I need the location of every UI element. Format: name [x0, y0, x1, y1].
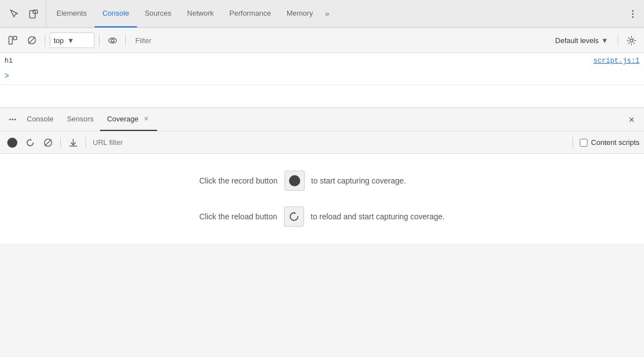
context-selector-value: top	[54, 36, 64, 45]
context-selector-arrow: ▼	[67, 36, 74, 45]
console-toolbar: top ▼ Default levels ▼	[0, 28, 644, 53]
filter-input[interactable]	[130, 32, 548, 48]
drawer-tabs-bar: Console Sensors Coverage ✕ ✕	[0, 108, 644, 131]
log-levels-label: Default levels	[555, 36, 599, 45]
eye-icon-btn[interactable]	[104, 32, 121, 49]
devtools-menu-btn[interactable]	[624, 5, 642, 23]
console-prompt-line[interactable]: >	[0, 69, 644, 82]
settings-icon-btn[interactable]	[623, 32, 640, 49]
svg-point-12	[9, 119, 11, 120]
console-spacer	[0, 85, 644, 107]
toolbar-divider-3	[125, 34, 126, 46]
exec-context-icon-btn[interactable]	[4, 32, 21, 49]
tab-more-btn[interactable]: »	[321, 0, 334, 27]
reload-instruction-suffix: to reload and start capturing coverage.	[311, 212, 445, 221]
svg-rect-0	[30, 11, 35, 18]
tab-elements[interactable]: Elements	[49, 0, 94, 27]
content-scripts-checkbox[interactable]	[580, 139, 588, 147]
tab-performance[interactable]: Performance	[221, 0, 278, 27]
top-nav: Elements Console Sources Network Perform…	[0, 0, 644, 28]
log-levels-arrow: ▼	[601, 36, 608, 45]
content-scripts-checkbox-wrap[interactable]: Content scripts	[580, 138, 640, 147]
console-output-area: hi script.js:1 >	[0, 53, 644, 85]
top-nav-right	[624, 5, 642, 23]
coverage-main-area: Click the record button to start capturi…	[0, 154, 644, 243]
context-selector[interactable]: top ▼	[50, 32, 94, 48]
svg-rect-5	[9, 36, 12, 44]
coverage-url-filter[interactable]	[91, 135, 566, 150]
top-nav-icon-group	[2, 0, 46, 27]
coverage-clear-btn[interactable]	[40, 135, 56, 151]
tab-sources[interactable]: Sources	[137, 0, 179, 27]
coverage-tab-close[interactable]: ✕	[142, 115, 150, 123]
toolbar-divider-2	[99, 34, 100, 46]
coverage-toolbar: Content scripts	[0, 131, 644, 154]
svg-point-2	[632, 10, 634, 12]
content-scripts-label: Content scripts	[591, 138, 640, 147]
record-instruction-suffix: to start capturing coverage.	[311, 176, 406, 185]
console-log-text-1: hi	[4, 57, 593, 65]
svg-point-10	[111, 39, 114, 42]
record-circle-icon	[7, 138, 17, 148]
reload-icon-inline	[284, 206, 304, 227]
svg-point-4	[632, 16, 634, 18]
coverage-reload-btn[interactable]	[22, 135, 38, 151]
coverage-instructions: Click the record button to start capturi…	[182, 154, 461, 243]
drawer-tab-sensors[interactable]: Sensors	[60, 108, 101, 131]
drawer-close-btn[interactable]: ✕	[624, 112, 640, 128]
tab-memory[interactable]: Memory	[279, 0, 321, 27]
svg-point-14	[14, 119, 16, 120]
console-log-line-1: hi script.js:1	[0, 55, 644, 69]
coverage-url-divider	[572, 137, 573, 148]
coverage-record-btn[interactable]	[4, 135, 20, 151]
record-icon-inline	[285, 171, 305, 191]
clear-console-btn[interactable]	[23, 32, 40, 49]
record-instruction-prefix: Click the record button	[199, 176, 277, 185]
coverage-record-instruction: Click the record button to start capturi…	[199, 171, 444, 191]
svg-point-13	[12, 119, 13, 120]
coverage-export-btn[interactable]	[65, 135, 81, 151]
svg-rect-6	[13, 36, 17, 40]
toolbar-divider-4	[618, 34, 618, 46]
console-prompt-chevron: >	[4, 71, 9, 80]
drawer: Console Sensors Coverage ✕ ✕	[0, 107, 644, 243]
drawer-tab-console[interactable]: Console	[20, 108, 60, 131]
svg-point-3	[632, 13, 634, 15]
device-mode-icon-btn[interactable]	[25, 5, 42, 23]
inspect-icon-btn[interactable]	[6, 5, 23, 23]
inline-record-circle	[289, 175, 300, 186]
drawer-tab-coverage[interactable]: Coverage ✕	[100, 108, 157, 131]
tab-network[interactable]: Network	[179, 0, 222, 27]
reload-instruction-prefix: Click the reload button	[199, 212, 277, 221]
drawer-menu-icon[interactable]	[4, 112, 20, 128]
toolbar-divider-1	[45, 34, 45, 46]
coverage-toolbar-divider-2	[86, 137, 86, 148]
nav-tabs: Elements Console Sources Network Perform…	[46, 0, 334, 27]
log-levels-btn[interactable]: Default levels ▼	[550, 32, 613, 48]
svg-point-11	[630, 39, 633, 42]
coverage-toolbar-divider-1	[60, 137, 61, 148]
console-source-link-1[interactable]: script.js:1	[593, 57, 640, 65]
coverage-reload-instruction: Click the reload button to reload and st…	[199, 206, 444, 227]
tab-console[interactable]: Console	[94, 0, 137, 27]
